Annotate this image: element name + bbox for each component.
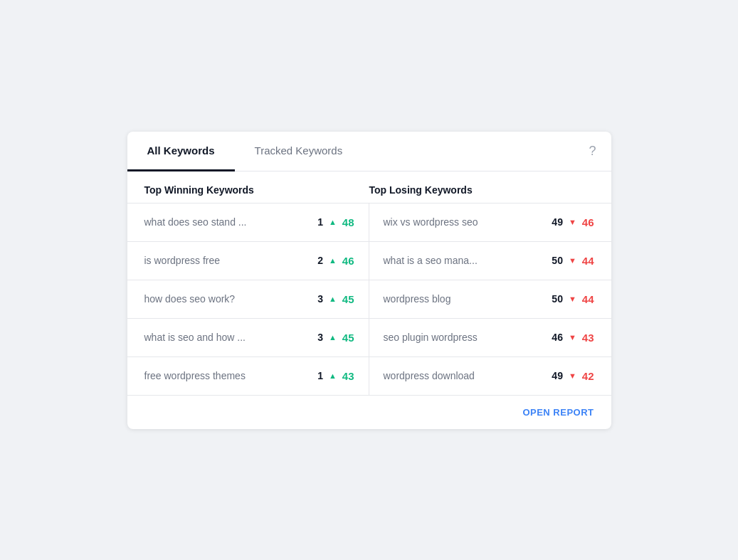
winning-keyword: what does seo stand ... <box>144 216 303 228</box>
losing-rank: 49 <box>549 216 563 228</box>
up-arrow-icon: ▲ <box>329 218 337 226</box>
losing-cell: wordpress blog 50 ▼ 44 <box>369 280 594 318</box>
table-row: free wordpress themes 1 ▲ 43 wordpress d… <box>127 357 611 396</box>
winning-rank: 3 <box>309 332 323 343</box>
up-arrow-icon: ▲ <box>329 295 337 303</box>
losing-cell: wix vs wordpress seo 49 ▼ 46 <box>369 204 594 241</box>
up-arrow-icon: ▲ <box>329 371 337 380</box>
winning-rank: 1 <box>309 370 323 381</box>
down-arrow-icon: ▼ <box>569 218 576 226</box>
winning-keyword: what is seo and how ... <box>144 332 303 343</box>
losing-rank: 50 <box>549 293 563 305</box>
winning-cell: free wordpress themes 1 ▲ 43 <box>144 357 369 395</box>
winning-change: 45 <box>342 332 354 344</box>
card-footer: OPEN REPORT <box>127 396 611 429</box>
tab-spacer <box>362 132 574 171</box>
down-arrow-icon: ▼ <box>569 333 576 342</box>
losing-header: Top Losing Keywords <box>369 184 594 196</box>
winning-change: 43 <box>342 370 354 382</box>
down-arrow-icon: ▼ <box>569 256 576 265</box>
keywords-card: All Keywords Tracked Keywords ? Top Winn… <box>127 132 611 429</box>
winning-cell: what is seo and how ... 3 ▲ 45 <box>144 319 369 356</box>
winning-change: 48 <box>342 216 354 228</box>
losing-change: 44 <box>582 255 594 267</box>
up-arrow-icon: ▲ <box>329 256 337 265</box>
open-report-link[interactable]: OPEN REPORT <box>522 407 594 418</box>
losing-keyword: wordpress blog <box>384 293 543 305</box>
winning-cell: what does seo stand ... 1 ▲ 48 <box>144 204 369 241</box>
losing-change: 44 <box>582 293 594 305</box>
winning-rank: 1 <box>309 216 323 228</box>
winning-keyword: how does seo work? <box>144 293 303 305</box>
winning-change: 45 <box>342 293 354 305</box>
losing-keyword: wordpress download <box>384 370 543 381</box>
table-row: how does seo work? 3 ▲ 45 wordpress blog… <box>127 280 611 319</box>
winning-keyword: free wordpress themes <box>144 370 303 381</box>
losing-cell: wordpress download 49 ▼ 42 <box>369 357 594 395</box>
losing-keyword: seo plugin wordpress <box>384 332 543 343</box>
tab-tracked-keywords[interactable]: Tracked Keywords <box>235 132 363 171</box>
losing-rank: 46 <box>549 332 563 343</box>
losing-rank: 50 <box>549 255 563 266</box>
help-icon[interactable]: ? <box>574 132 611 171</box>
tab-bar: All Keywords Tracked Keywords ? <box>127 132 611 171</box>
down-arrow-icon: ▼ <box>569 295 576 303</box>
table-row: is wordpress free 2 ▲ 46 what is a seo m… <box>127 242 611 280</box>
winning-keyword: is wordpress free <box>144 255 303 266</box>
data-rows: what does seo stand ... 1 ▲ 48 wix vs wo… <box>127 204 611 396</box>
winning-cell: how does seo work? 3 ▲ 45 <box>144 280 369 318</box>
winning-cell: is wordpress free 2 ▲ 46 <box>144 242 369 280</box>
table-row: what does seo stand ... 1 ▲ 48 wix vs wo… <box>127 204 611 242</box>
down-arrow-icon: ▼ <box>569 371 576 380</box>
losing-keyword: what is a seo mana... <box>384 255 543 266</box>
losing-keyword: wix vs wordpress seo <box>384 216 543 228</box>
winning-change: 46 <box>342 255 354 267</box>
table-row: what is seo and how ... 3 ▲ 45 seo plugi… <box>127 319 611 357</box>
winning-rank: 2 <box>309 255 323 266</box>
column-headers: Top Winning Keywords Top Losing Keywords <box>127 171 611 204</box>
winning-rank: 3 <box>309 293 323 305</box>
losing-change: 42 <box>582 370 594 382</box>
winning-header: Top Winning Keywords <box>144 184 369 196</box>
tab-all-keywords[interactable]: All Keywords <box>127 132 235 171</box>
losing-cell: seo plugin wordpress 46 ▼ 43 <box>369 319 594 356</box>
losing-change: 43 <box>582 332 594 344</box>
losing-cell: what is a seo mana... 50 ▼ 44 <box>369 242 594 280</box>
losing-change: 46 <box>582 216 594 228</box>
losing-rank: 49 <box>549 370 563 381</box>
up-arrow-icon: ▲ <box>329 333 337 342</box>
